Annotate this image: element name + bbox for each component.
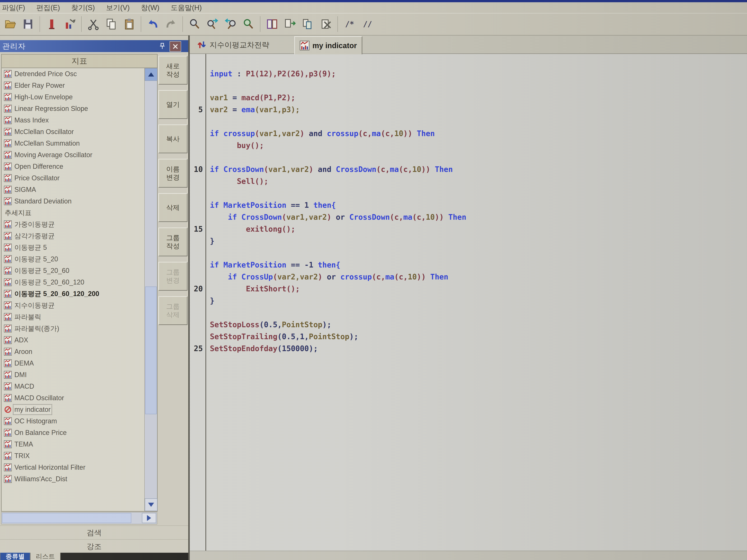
indicator-item[interactable]: On Balance Price <box>2 427 145 438</box>
verify-icon[interactable] <box>264 16 281 32</box>
indicator-item[interactable]: DMI <box>2 369 145 381</box>
indicator-chart-icon <box>4 313 12 321</box>
editor-horizontal-scrollbar[interactable] <box>190 551 747 560</box>
find-icon[interactable] <box>186 16 203 32</box>
indicator-chart-icon <box>4 359 12 367</box>
indicator-item[interactable]: SIGMA <box>2 184 145 195</box>
close-icon[interactable] <box>170 41 181 52</box>
build-icon[interactable] <box>300 16 316 32</box>
tab-list[interactable]: 리스트 <box>30 553 60 560</box>
indicator-item[interactable]: Williams'Acc_Dist <box>2 473 145 485</box>
action-button-열기[interactable]: 열기 <box>158 90 187 119</box>
action-button-이름변경[interactable]: 이름변경 <box>158 159 187 188</box>
panel-editor-divider[interactable] <box>188 35 190 560</box>
menu-item-3[interactable]: 보기(V) <box>106 3 130 12</box>
indicator-build-icon[interactable] <box>61 16 78 32</box>
indicator-item[interactable]: Elder Ray Power <box>2 80 145 91</box>
editor-tab-my-indicator[interactable]: my indicator <box>294 36 362 54</box>
pin-icon[interactable] <box>158 42 167 51</box>
indicator-item-label: Williams'Acc_Dist <box>15 475 67 483</box>
indicator-item[interactable]: 가중이동평균 <box>2 219 145 230</box>
indicator-item[interactable]: 이동평균 5 <box>2 242 145 253</box>
indicator-item[interactable]: MACD Oscillator <box>2 392 145 404</box>
horizontal-scrollbar-thumb[interactable] <box>2 513 131 523</box>
find-prev-icon[interactable] <box>222 16 239 32</box>
build-stop-icon[interactable] <box>317 16 334 32</box>
save-icon[interactable] <box>20 16 36 32</box>
scroll-down-icon[interactable] <box>145 499 157 511</box>
editor-tab-strategy[interactable]: 지수이평교차전략 <box>192 37 274 53</box>
menu-item-5[interactable]: 도움말(H) <box>171 3 202 12</box>
code-line <box>190 56 747 68</box>
scroll-up-icon[interactable] <box>145 68 157 81</box>
menu-item-2[interactable]: 찾기(S) <box>71 3 95 12</box>
indicator-list-header[interactable]: 지표 <box>2 54 157 68</box>
vertical-scrollbar[interactable] <box>144 68 157 511</box>
indicator-item[interactable]: DEMA <box>2 357 145 369</box>
indicator-item[interactable]: Mass Index <box>2 114 145 126</box>
action-button-복사[interactable]: 복사 <box>158 125 187 153</box>
horizontal-scrollbar[interactable] <box>1 512 157 524</box>
line-number <box>190 92 203 104</box>
indicator-item[interactable]: Detrended Price Osc <box>2 68 145 80</box>
new-indicator-icon[interactable] <box>43 16 60 32</box>
menu-item-1[interactable]: 편집(E) <box>36 3 60 12</box>
footer-button-1[interactable]: 강조 <box>0 539 188 553</box>
indicator-item[interactable]: 이동평균 5_20 <box>2 253 145 265</box>
menu-item-0[interactable]: 파일(F) <box>2 3 25 12</box>
indicator-item[interactable]: Price Oscillator <box>2 172 145 184</box>
cut-icon[interactable] <box>85 16 102 32</box>
line-comment-icon[interactable]: // <box>359 16 376 32</box>
code-line <box>190 187 747 199</box>
copy-icon[interactable] <box>103 16 120 32</box>
find-next-icon[interactable] <box>204 16 221 32</box>
code-line: 10if CrossDown(var1,var2) and CrossDown(… <box>190 163 747 175</box>
action-button-삭제[interactable]: 삭제 <box>158 193 187 222</box>
menu-item-4[interactable]: 창(W) <box>141 3 159 12</box>
indicator-item[interactable]: 이동평균 5_20_60_120 <box>2 276 145 288</box>
indicator-section-header[interactable]: 추세지표 <box>2 207 145 219</box>
indicator-item[interactable]: TEMA <box>2 438 145 450</box>
code-area[interactable]: input : P1(12),P2(26),p3(9);var1 = macd(… <box>190 54 747 551</box>
find-selection-icon[interactable] <box>240 16 257 32</box>
indicator-item[interactable]: 이동평균 5_20_60_120_200 <box>2 288 145 300</box>
indicator-item-label: Detrended Price Osc <box>15 70 77 78</box>
indicator-item[interactable]: OC Histogram <box>2 415 145 427</box>
code-line: Sell(); <box>190 175 747 187</box>
compile-icon[interactable] <box>282 16 299 32</box>
indicator-item[interactable]: Moving Average Oscillator <box>2 149 145 161</box>
indicator-item[interactable]: McClellan Summation <box>2 138 145 149</box>
indicator-item[interactable]: 파라불릭(종가) <box>2 323 145 334</box>
editor-tab-label: my indicator <box>312 42 357 50</box>
indicator-item[interactable]: 파라불릭 <box>2 311 145 323</box>
indicator-item[interactable]: Vertical Horizontal Filter <box>2 462 145 473</box>
indicator-item[interactable]: TRIX <box>2 450 145 462</box>
indicator-item[interactable]: 삼각가중평균 <box>2 230 145 242</box>
action-button-새로작성[interactable]: 새로작성 <box>158 56 187 85</box>
indicator-item[interactable]: ADX <box>2 334 145 346</box>
indicator-item[interactable]: Open Difference <box>2 161 145 172</box>
indicator-item[interactable]: 지수이동평균 <box>2 300 145 311</box>
indicator-item-label: Moving Average Oscillator <box>15 151 93 159</box>
block-comment-icon[interactable]: /* <box>341 16 358 32</box>
indicator-item[interactable]: 이동평균 5_20_60 <box>2 265 145 276</box>
scroll-right-icon[interactable] <box>142 513 156 523</box>
indicator-item[interactable]: my indicator <box>2 404 145 415</box>
paste-icon[interactable] <box>121 16 138 32</box>
open-icon[interactable] <box>2 16 19 32</box>
action-button-그룹작성[interactable]: 그룹작성 <box>158 228 187 256</box>
indicator-item-label: High-Low Envelope <box>15 93 73 101</box>
footer-button-0[interactable]: 검색 <box>0 526 188 539</box>
indicator-item[interactable]: Standard Deviation <box>2 195 145 207</box>
line-number <box>190 319 203 330</box>
scrollbar-thumb[interactable] <box>145 287 157 414</box>
indicator-item[interactable]: MACD <box>2 381 145 392</box>
indicator-item[interactable]: McClellan Oscillator <box>2 126 145 138</box>
indicator-item[interactable]: Linear Regression Slope <box>2 103 145 114</box>
indicator-item-label: On Balance Price <box>15 429 67 436</box>
tab-by-category[interactable]: 종류별 <box>0 553 30 560</box>
indicator-item[interactable]: High-Low Envelope <box>2 91 145 103</box>
indicator-item[interactable]: Aroon <box>2 346 145 357</box>
redo-icon[interactable] <box>162 16 179 32</box>
undo-icon[interactable] <box>145 16 161 32</box>
